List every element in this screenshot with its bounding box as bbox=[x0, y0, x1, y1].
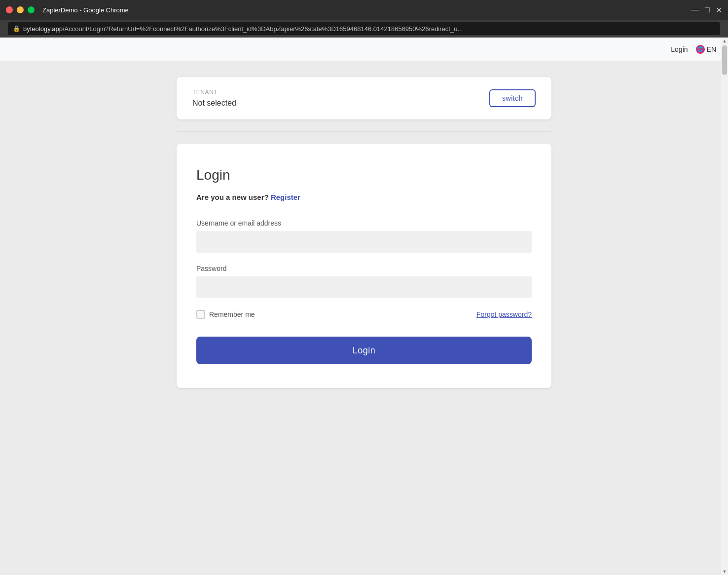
scrollbar-thumb[interactable] bbox=[722, 45, 727, 75]
language-selector[interactable]: 🌐 EN bbox=[696, 45, 716, 54]
nav-login-link[interactable]: Login bbox=[671, 45, 688, 53]
address-bar: 🔒 byteology.app/Account/Login?ReturnUrl=… bbox=[0, 20, 728, 38]
browser-chrome: × − □ ZapierDemo - Google Chrome — □ ✕ bbox=[0, 0, 728, 20]
login-card: Login Are you a new user? Register Usern… bbox=[177, 144, 551, 388]
address-bar-content[interactable]: 🔒 byteology.app/Account/Login?ReturnUrl=… bbox=[8, 22, 720, 35]
section-divider bbox=[177, 131, 551, 132]
remember-me-checkbox[interactable] bbox=[196, 310, 205, 319]
forgot-password-link[interactable]: Forgot password? bbox=[476, 310, 532, 318]
scroll-up-arrow[interactable]: ▲ bbox=[721, 38, 728, 44]
new-user-prompt: Are you a new user? Register bbox=[196, 193, 532, 201]
scrollbar[interactable]: ▲ ▼ bbox=[721, 38, 728, 575]
minimize-window-button[interactable]: − bbox=[17, 6, 24, 13]
username-label: Username or email address bbox=[196, 219, 532, 227]
tenant-info: TENANT Not selected bbox=[192, 89, 236, 108]
login-button[interactable]: Login bbox=[196, 337, 532, 364]
language-label: EN bbox=[707, 45, 716, 53]
switch-button[interactable]: switch bbox=[489, 89, 536, 107]
scroll-down-arrow[interactable]: ▼ bbox=[721, 568, 728, 575]
close-window-button[interactable]: × bbox=[6, 6, 13, 13]
password-label: Password bbox=[196, 265, 532, 272]
page-content: TENANT Not selected switch Login Are you… bbox=[0, 61, 728, 575]
password-input[interactable] bbox=[196, 276, 532, 298]
address-text: byteology.app/Account/Login?ReturnUrl=%2… bbox=[23, 25, 463, 33]
tenant-card: TENANT Not selected switch bbox=[177, 77, 551, 119]
login-title: Login bbox=[196, 167, 532, 183]
minimize-icon[interactable]: — bbox=[691, 5, 699, 14]
globe-icon: 🌐 bbox=[696, 45, 705, 54]
browser-tab-title: ZapierDemo - Google Chrome bbox=[42, 6, 683, 14]
maximize-window-button[interactable]: □ bbox=[28, 6, 35, 13]
restore-icon[interactable]: □ bbox=[705, 5, 710, 14]
tenant-value: Not selected bbox=[192, 99, 236, 108]
form-options-row: Remember me Forgot password? bbox=[196, 310, 532, 319]
lock-icon: 🔒 bbox=[13, 25, 20, 32]
new-user-text: Are you a new user? bbox=[196, 193, 269, 201]
tenant-label: TENANT bbox=[192, 89, 236, 96]
password-group: Password bbox=[196, 265, 532, 298]
top-nav: Login 🌐 EN bbox=[0, 38, 728, 61]
username-group: Username or email address bbox=[196, 219, 532, 253]
close-icon[interactable]: ✕ bbox=[716, 5, 722, 15]
browser-window-controls: × − □ bbox=[6, 6, 35, 13]
username-input[interactable] bbox=[196, 231, 532, 253]
register-link[interactable]: Register bbox=[271, 193, 300, 201]
remember-me-label[interactable]: Remember me bbox=[196, 310, 255, 319]
remember-me-text: Remember me bbox=[209, 310, 255, 318]
window-controls: — □ ✕ bbox=[691, 5, 722, 15]
